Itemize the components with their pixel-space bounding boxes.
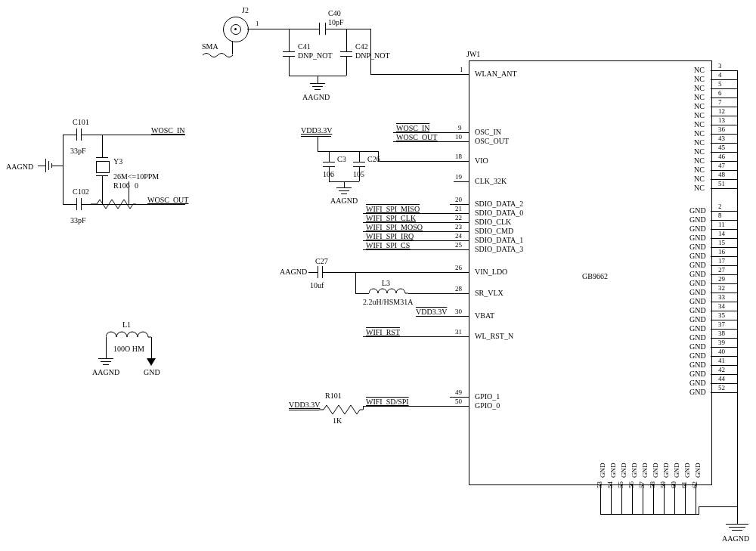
net-wifi-spi-irq: WIFI_SPI_IRQ	[366, 232, 414, 240]
pin-num-4: 4	[718, 71, 722, 79]
pin-num-45: 45	[718, 144, 725, 151]
pin-num-41: 41	[718, 357, 725, 364]
l1-ref: L1	[122, 320, 131, 329]
pin-botgnd-57: GND	[641, 463, 649, 478]
pin-botgnd-53: GND	[599, 463, 606, 478]
pin-num-25: 25	[455, 241, 462, 249]
pin-num-59: 59	[659, 481, 667, 488]
pin-num-48: 48	[718, 171, 725, 178]
l3-val: 2.2uH/HSM31A	[363, 298, 413, 306]
net-wifi-spi-miso: WIFI_SPI_MISO	[366, 205, 420, 213]
c102-val: 33pF	[70, 216, 86, 224]
pin-gnd-29: GND	[689, 279, 706, 287]
pin-num-20: 20	[455, 196, 462, 203]
pin-num-29: 29	[718, 275, 725, 283]
pin-gnd-32: GND	[689, 288, 706, 296]
c41-val: DNP_NOT	[298, 51, 333, 60]
pin-num-55: 55	[617, 481, 624, 488]
c26-val: 105	[353, 170, 364, 178]
wosc-in-lbl: WOSC_IN	[151, 126, 184, 135]
pin-gnd-15: GND	[689, 243, 706, 251]
pin-nc-48: NC	[694, 175, 705, 183]
pin-num-17: 17	[718, 257, 725, 265]
vdd-label: VDD3.3V	[301, 126, 332, 135]
pin-gnd-37: GND	[689, 324, 706, 333]
c40-ref: C40	[328, 9, 341, 17]
r101-ref: R101	[325, 392, 342, 400]
pin-num-42: 42	[718, 366, 725, 373]
pin-num-32: 32	[718, 284, 725, 292]
sma-type: SMA	[202, 42, 218, 51]
pin-num-61: 61	[680, 481, 688, 488]
c26-ref: C26	[367, 155, 380, 163]
c27-aagnd: AAGND	[280, 268, 307, 276]
pin-num-39: 39	[718, 339, 725, 346]
pin-nc-36: NC	[694, 129, 705, 138]
pin-num-5: 5	[718, 80, 722, 88]
net-wosc-in: WOSC_IN	[396, 124, 429, 132]
pin-gnd-41: GND	[689, 361, 706, 369]
pin-num-50: 50	[455, 398, 462, 405]
pin-num-10: 10	[455, 133, 462, 141]
pin-gnd-42: GND	[689, 370, 706, 378]
pin-num-36: 36	[718, 125, 725, 133]
r106-symbol	[91, 199, 136, 209]
pin-nc-51: NC	[694, 184, 705, 192]
pin-nc-47: NC	[694, 166, 705, 174]
pin-name-sdio-cmd: SDIO_CMD	[475, 227, 513, 235]
pin-num-7: 7	[718, 98, 722, 106]
net-wifi-rst: WIFI_RST	[366, 328, 400, 336]
pin-num-47: 47	[718, 162, 725, 169]
pin-num-1: 1	[460, 66, 463, 73]
pin-num-2: 2	[718, 203, 722, 210]
pin-name-gpio1: GPIO_1	[475, 392, 500, 401]
crystal-y3	[96, 161, 110, 173]
pin-name-sdio-data1: SDIO_DATA_1	[475, 236, 523, 244]
pin-name-sdio-clk: SDIO_CLK	[475, 218, 511, 226]
sma-aagnd: AAGND	[302, 93, 330, 101]
pin-num-22: 22	[455, 214, 462, 221]
sma-wavy	[203, 51, 233, 59]
pin-num-52: 52	[718, 384, 725, 392]
pin-nc-13: NC	[694, 120, 705, 128]
pin-num-14: 14	[718, 230, 725, 237]
r101-vdd: VDD3.3V	[289, 401, 320, 409]
pin-name-wl-rst-n: WL_RST_N	[475, 332, 513, 340]
pin-name-wlan-ant: WLAN_ANT	[475, 70, 517, 78]
c27-val: 10uf	[310, 281, 324, 289]
pin-num-3: 3	[718, 62, 722, 70]
c27-ref: C27	[315, 257, 328, 265]
c40-val: 10pF	[328, 18, 344, 26]
pin-num-19: 19	[455, 173, 462, 181]
pin-num-27: 27	[718, 266, 725, 274]
net-wosc-out: WOSC_OUT	[396, 133, 437, 141]
pin-gnd-40: GND	[689, 351, 706, 360]
vio-aagnd: AAGND	[330, 197, 358, 205]
pin-num-6: 6	[718, 89, 722, 97]
pin-num-54: 54	[606, 481, 614, 488]
pin-name-sr-vlx: SR_VLX	[475, 289, 503, 297]
pin-num-38: 38	[718, 330, 725, 337]
pin-nc-5: NC	[694, 84, 705, 92]
right-aagnd: AAGND	[722, 534, 749, 543]
pin-gnd-2: GND	[689, 206, 706, 215]
pin-gnd-14: GND	[689, 234, 706, 242]
net-wifi-sd-spi: WIFI_SD/SPI	[366, 398, 409, 406]
pin-nc-45: NC	[694, 147, 705, 156]
net-wifi-spi-moso: WIFI_SPI_MOSO	[366, 223, 423, 231]
pin-botgnd-56: GND	[631, 463, 638, 478]
y3-ref: Y3	[113, 157, 122, 166]
pin-name-sdio-data2: SDIO_DATA_2	[475, 200, 523, 208]
pin-name-vio: VIO	[475, 156, 488, 165]
l1-aagnd: AAGND	[92, 368, 119, 376]
pin-num-31: 31	[455, 328, 462, 336]
pin-num-30: 30	[455, 308, 462, 315]
pin-num-44: 44	[718, 375, 725, 382]
pin-gnd-38: GND	[689, 333, 706, 342]
pin-num-51: 51	[718, 180, 725, 187]
l1-gnd: GND	[144, 368, 160, 376]
pin-botgnd-62: GND	[694, 463, 702, 478]
pin-gnd-11: GND	[689, 224, 706, 233]
pin-num-26: 26	[455, 264, 462, 271]
net-wifi-spi-clk: WIFI_SPI_CLK	[366, 214, 416, 222]
